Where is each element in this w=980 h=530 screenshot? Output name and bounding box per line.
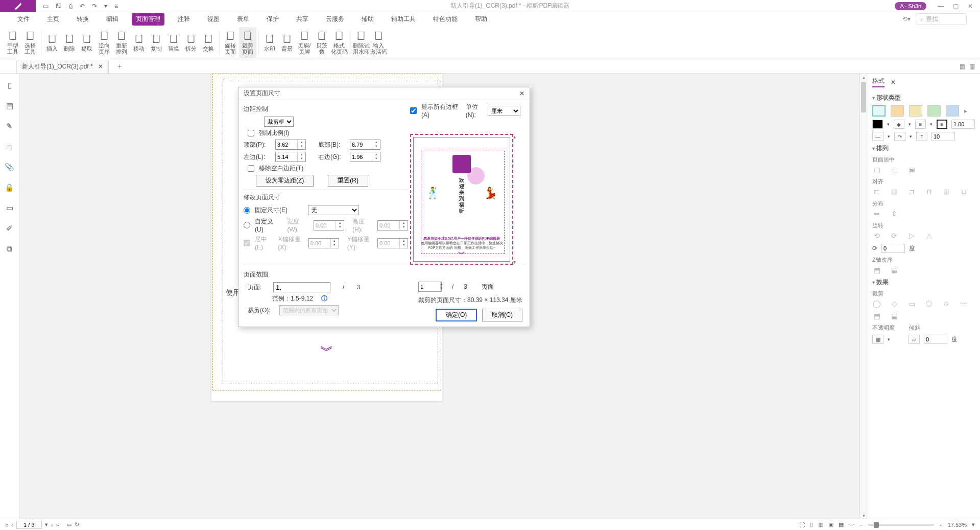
- zoom-dropdown-icon[interactable]: ▾: [972, 521, 975, 528]
- crop-diamond-icon[interactable]: ◇: [890, 299, 899, 308]
- right-input[interactable]: [350, 152, 372, 162]
- menu-file[interactable]: 文件: [13, 13, 34, 26]
- save-icon[interactable]: 🖫: [56, 3, 62, 10]
- rotate-view-icon[interactable]: ↻: [75, 521, 79, 528]
- view-facing-icon[interactable]: ▣: [828, 521, 833, 528]
- bring-front-icon[interactable]: ⬒: [872, 266, 881, 274]
- minimize-icon[interactable]: —: [938, 3, 944, 10]
- page-number-input[interactable]: [16, 521, 42, 529]
- crop-wave-icon[interactable]: 〰: [959, 299, 968, 308]
- flip-h-icon[interactable]: ▷: [907, 232, 916, 240]
- fixed-size-select[interactable]: 无: [308, 205, 359, 215]
- signature-icon[interactable]: ▭: [6, 203, 13, 213]
- open-icon[interactable]: ▭: [43, 3, 49, 10]
- page-dropdown-icon[interactable]: ▾: [45, 521, 48, 528]
- pages-icon[interactable]: ▤: [6, 101, 13, 110]
- ribbon-hand-tool[interactable]: 手型工具: [4, 27, 21, 58]
- comments-icon[interactable]: ✎: [6, 122, 13, 131]
- reflow-icon[interactable]: 〰: [849, 522, 854, 528]
- center-both-icon[interactable]: ▣: [907, 166, 916, 174]
- align-center-icon[interactable]: ⊟: [890, 188, 899, 196]
- top-input[interactable]: [276, 140, 297, 149]
- crop-ellipse-icon[interactable]: ◯: [872, 299, 881, 308]
- scroll-down-icon[interactable]: ▾: [860, 512, 867, 519]
- menu-home[interactable]: 主页: [43, 13, 63, 26]
- flip-v-icon[interactable]: △: [924, 232, 934, 240]
- remove-white-checkbox[interactable]: [248, 165, 254, 172]
- ribbon-reverse[interactable]: 逆向页序: [95, 27, 113, 58]
- center-h-icon[interactable]: ▢: [872, 166, 881, 174]
- maximize-icon[interactable]: ▢: [953, 3, 959, 10]
- account-badge[interactable]: A · Sh3n: [895, 2, 926, 10]
- ribbon-delete[interactable]: 删除: [61, 27, 78, 58]
- pages-input[interactable]: [273, 282, 330, 292]
- skew-picker[interactable]: ▱: [909, 335, 920, 344]
- rotate-deg-input[interactable]: [881, 244, 905, 253]
- zoom-in-icon[interactable]: +: [939, 522, 942, 528]
- next-page-icon[interactable]: ›: [51, 522, 53, 528]
- layers-icon[interactable]: ≣: [6, 142, 13, 151]
- ribbon-copy[interactable]: 复制: [148, 27, 165, 58]
- angle-input[interactable]: [931, 132, 955, 141]
- caps-style[interactable]: ⇡: [916, 132, 927, 141]
- cancel-button[interactable]: 取消(C): [482, 309, 522, 321]
- view-continuous-icon[interactable]: ▥: [818, 521, 823, 528]
- show-boxes-checkbox[interactable]: [410, 107, 417, 114]
- menu-convert[interactable]: 转换: [73, 13, 93, 26]
- zero-margin-button[interactable]: 设为零边距(Z): [256, 175, 314, 187]
- menu-share[interactable]: 共享: [292, 13, 313, 26]
- right-spinner[interactable]: ▴▾: [350, 152, 380, 162]
- close-tab-icon[interactable]: ✕: [98, 63, 103, 70]
- ribbon-insert[interactable]: 插入: [43, 27, 61, 58]
- prev-page-icon[interactable]: ‹: [11, 522, 13, 528]
- menu-protect[interactable]: 保护: [262, 13, 283, 26]
- menu-comment[interactable]: 注释: [174, 13, 194, 26]
- scroll-thumb[interactable]: [861, 82, 866, 112]
- reset-button[interactable]: 重置(R): [328, 175, 368, 187]
- skew-input[interactable]: [924, 335, 947, 344]
- ribbon-format-pagenum[interactable]: 格式化页码: [330, 27, 348, 58]
- zoom-value[interactable]: 17.53%: [948, 522, 967, 528]
- view-single-icon[interactable]: ▯: [810, 521, 813, 528]
- top-spinner[interactable]: ▴▾: [275, 140, 306, 150]
- view-facing-cont-icon[interactable]: ▦: [839, 521, 844, 528]
- ribbon-replace[interactable]: 替换: [165, 27, 182, 58]
- fixed-size-radio[interactable]: [244, 207, 250, 214]
- swatch-more-icon[interactable]: ▸: [964, 107, 967, 114]
- distribute-h-icon[interactable]: ⇔: [872, 210, 881, 218]
- ribbon-rotate[interactable]: 旋转页面: [222, 27, 239, 58]
- align-middle-icon[interactable]: ⊞: [942, 188, 951, 196]
- bookmark-icon[interactable]: ▯: [8, 81, 12, 90]
- undo-icon[interactable]: ↶: [80, 3, 85, 10]
- menu-aux[interactable]: 辅助: [357, 13, 378, 26]
- last-page-icon[interactable]: »: [56, 522, 59, 528]
- document-tab[interactable]: 新人引导(1)_OCR(3).pdf * ✕: [16, 60, 109, 73]
- menu-tools[interactable]: 辅助工具: [387, 13, 420, 26]
- ribbon-background[interactable]: 背景: [278, 27, 296, 58]
- ribbon-bates[interactable]: 贝茨数: [313, 27, 330, 58]
- zoom-out-icon[interactable]: −: [859, 522, 863, 528]
- menu-page-manage[interactable]: 页面管理: [132, 13, 164, 26]
- preview-page-input[interactable]: [419, 282, 440, 291]
- close-window-icon[interactable]: ✕: [968, 3, 973, 10]
- crop-box-select[interactable]: 裁剪框: [264, 117, 294, 127]
- menu-edit[interactable]: 编辑: [102, 13, 123, 26]
- collapse-ribbon-icon[interactable]: ⟲▾: [902, 15, 911, 22]
- ok-button[interactable]: 确定(O): [436, 309, 477, 321]
- left-spinner[interactable]: ▴▾: [275, 152, 306, 162]
- fill-picker[interactable]: ◆: [894, 120, 904, 129]
- crop-pentagon-icon[interactable]: ⬠: [924, 299, 934, 308]
- crop-star-icon[interactable]: ✩: [942, 299, 951, 308]
- ribbon-split[interactable]: 拆分: [182, 27, 200, 58]
- copy-icon[interactable]: ⧉: [7, 244, 12, 254]
- menu-form[interactable]: 表单: [233, 13, 253, 26]
- ribbon-crop[interactable]: 裁剪页面: [239, 27, 256, 58]
- force-ratio-checkbox[interactable]: [248, 130, 254, 136]
- rotate-cw-icon[interactable]: ⟳: [890, 232, 899, 240]
- align-right-icon[interactable]: ⊐: [907, 188, 916, 196]
- print-icon[interactable]: ⎙: [69, 3, 73, 10]
- custom-size-radio[interactable]: [244, 222, 250, 228]
- opacity-picker[interactable]: ▦: [872, 335, 883, 344]
- crop-rect-icon[interactable]: ▭: [907, 299, 916, 308]
- line-weight-icon[interactable]: ≡: [937, 120, 947, 129]
